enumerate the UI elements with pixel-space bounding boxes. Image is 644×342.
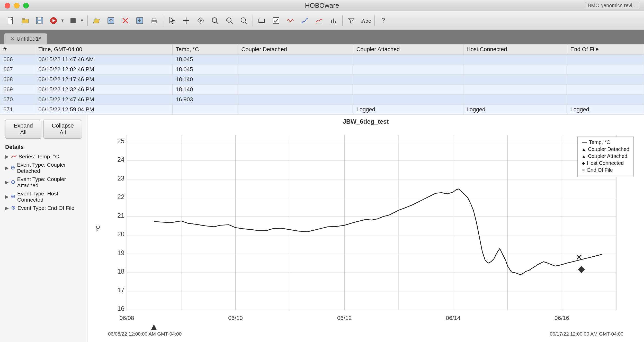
svg-rect-38 <box>335 21 336 23</box>
check-button[interactable] <box>269 14 283 27</box>
cell-couplerAttached <box>353 55 463 65</box>
col-end-of-file: End Of File <box>567 44 644 55</box>
save-button[interactable] <box>33 14 46 27</box>
table-row: 67006/15/22 12:47:46 PM16.903 <box>0 95 644 105</box>
tab-untitled1[interactable]: ✕ Untitled1* <box>4 33 47 44</box>
tab-close-icon[interactable]: ✕ <box>11 36 14 42</box>
zoom-rect-button[interactable] <box>255 14 268 27</box>
tree-arrow-4: ▶ <box>5 205 9 211</box>
svg-rect-8 <box>70 18 76 23</box>
tree-item-2[interactable]: ▶Event Type: Coupler Attached <box>5 175 82 190</box>
tree-item-3[interactable]: ▶Event Type: Host Connected <box>5 190 82 204</box>
cell-hostConnected <box>463 75 567 85</box>
wave-button[interactable] <box>284 14 297 27</box>
cell-temp: 18.045 <box>172 55 238 65</box>
expand-all-button[interactable]: Expand All <box>5 120 41 139</box>
cell-num: 671 <box>0 105 35 115</box>
pan-button[interactable] <box>194 14 207 27</box>
cell-time: 06/15/22 11:47:46 AM <box>35 55 173 65</box>
svg-text:24: 24 <box>117 156 124 163</box>
zoom-out-button[interactable] <box>237 14 251 27</box>
svg-text:21: 21 <box>117 212 124 219</box>
tree-icon-0 <box>11 154 16 160</box>
svg-text:16: 16 <box>117 305 124 312</box>
cell-endOfFile <box>567 65 644 75</box>
crosshair-button[interactable] <box>180 14 193 27</box>
cell-endOfFile <box>567 55 644 65</box>
close-button[interactable] <box>5 3 10 8</box>
traffic-lights <box>5 3 29 8</box>
chart-title: JBW_6deg_test <box>87 115 644 126</box>
tree-item-4[interactable]: ▶Event Type: End Of File <box>5 204 82 212</box>
launch-button[interactable] <box>48 14 59 27</box>
print-button[interactable] <box>147 14 161 27</box>
chart-date-start: 06/08/22 12:00:00 AM GMT-04:00 <box>108 331 182 337</box>
zoom-glass-button[interactable] <box>208 14 222 27</box>
import-button[interactable] <box>133 14 146 27</box>
chart-svg: 25 24 23 22 21 20 19 18 17 16 <box>93 126 639 330</box>
open-button[interactable] <box>19 14 32 27</box>
stop-arrow[interactable]: ▼ <box>79 18 85 23</box>
cell-time: 06/15/22 12:47:46 PM <box>35 95 173 105</box>
svg-rect-36 <box>331 20 332 23</box>
tree-arrow-3: ▶ <box>5 194 9 200</box>
tree-label-3: Event Type: Host Connected <box>17 191 82 203</box>
cell-endOfFile <box>567 75 644 85</box>
zoom-in-button[interactable] <box>223 14 236 27</box>
tree-item-1[interactable]: ▶Event Type: Coupler Detached <box>5 161 82 175</box>
cell-couplerAttached: Logged <box>353 105 463 115</box>
minimize-button[interactable] <box>14 3 20 8</box>
filter-button[interactable] <box>345 14 358 27</box>
svg-marker-18 <box>170 17 174 24</box>
tree-icon-4 <box>11 205 15 211</box>
cell-num: 666 <box>0 55 35 65</box>
stop-button[interactable] <box>67 14 79 27</box>
cell-temp: 18.045 <box>172 65 238 75</box>
help-button[interactable]: ? <box>377 14 390 27</box>
data-table: # Time, GMT-04:00 Temp, °C Coupler Detac… <box>0 44 644 115</box>
svg-rect-4 <box>38 17 41 20</box>
tree-icon-2 <box>11 179 15 185</box>
tree-icon-1 <box>11 165 15 171</box>
open-file-button[interactable] <box>90 14 103 27</box>
tree-item-0[interactable]: ▶Series: Temp, °C <box>5 152 82 161</box>
line-graph-button[interactable] <box>312 14 326 27</box>
cell-couplerAttached <box>353 95 463 105</box>
tab-label: Untitled1* <box>16 35 41 42</box>
launch-arrow[interactable]: ▼ <box>59 18 66 23</box>
maximize-button[interactable] <box>23 3 29 8</box>
sidebar-buttons: Expand All Collapse All <box>0 115 87 142</box>
cell-couplerDetached <box>238 75 353 85</box>
svg-point-22 <box>212 18 217 22</box>
collapse-all-button[interactable]: Collapse All <box>43 120 82 139</box>
svg-text:18: 18 <box>117 268 124 275</box>
svg-line-23 <box>216 22 218 24</box>
svg-line-25 <box>231 22 232 24</box>
bar-graph-button[interactable] <box>327 14 340 27</box>
data-table-container: # Time, GMT-04:00 Temp, °C Coupler Detac… <box>0 44 644 115</box>
svg-rect-34 <box>273 17 279 24</box>
title-bar: HOBOware BMC genomics revi... <box>0 0 644 11</box>
text-button[interactable]: Abc <box>359 14 372 27</box>
svg-rect-54 <box>127 135 616 313</box>
tree-arrow-0: ▶ <box>5 154 9 159</box>
svg-rect-31 <box>259 19 264 23</box>
cell-num: 670 <box>0 95 35 105</box>
select-button[interactable] <box>165 14 178 27</box>
legend-end-of-file: ✕ End Of File <box>582 167 629 173</box>
svg-text:20: 20 <box>117 230 124 238</box>
svg-rect-17 <box>152 22 156 23</box>
graph-up-button[interactable] <box>298 14 311 27</box>
new-button[interactable] <box>4 14 17 27</box>
export-button[interactable] <box>104 14 118 27</box>
svg-text:06/10: 06/10 <box>228 314 243 321</box>
cell-endOfFile <box>567 95 644 105</box>
stop-button-group[interactable]: ▼ <box>67 14 85 28</box>
tab-bar: ✕ Untitled1* <box>0 30 644 44</box>
delete-button[interactable] <box>119 14 132 27</box>
col-temp: Temp, °C <box>172 44 238 55</box>
col-coupler-detached: Coupler Detached <box>238 44 353 55</box>
launch-button-group[interactable]: ▼ <box>47 14 66 28</box>
svg-text:22: 22 <box>117 193 124 200</box>
sep1 <box>87 15 88 26</box>
